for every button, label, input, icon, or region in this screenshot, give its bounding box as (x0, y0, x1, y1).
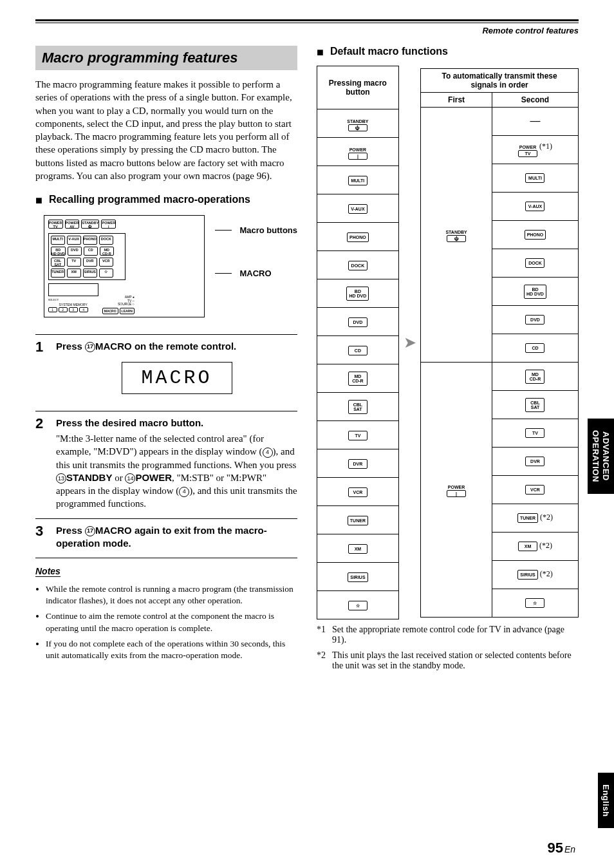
remote-button: MDCD-R (100, 247, 114, 256)
header-label: Remote control features (35, 26, 579, 35)
note-item: Continue to aim the remote control at th… (46, 610, 297, 634)
remote-diagram: POWERTVPOWERAVSTANDBY⏻POWER| MULTIV-AUXP… (44, 215, 205, 317)
pressing-cell: TV (317, 421, 399, 449)
second-signal-cell: SIRIUS(*2) (492, 560, 578, 589)
note-item: While the remote control is running a ma… (46, 583, 297, 607)
second-signal-cell: V-AUX (492, 192, 578, 220)
second-signal-cell: TV (492, 419, 578, 447)
second-signal-cell: DVD (492, 305, 578, 334)
left-column: Macro programming features The macro pro… (35, 46, 297, 671)
step: 3Press 17MACRO again to exit from the ma… (35, 518, 297, 553)
pressing-cell: MULTI (317, 166, 399, 194)
pressing-cell: VCR (317, 478, 399, 506)
notes-list: While the remote control is running a ma… (35, 583, 297, 661)
subheading-recalling: ■ Recalling programmed macro-operations (35, 194, 297, 206)
right-column: ■ Default macro functions Pressing macro… (317, 46, 579, 671)
second-signal-cell: BDHD DVD (492, 277, 578, 305)
second-signal-cell: CD (492, 334, 578, 362)
notes-heading: Notes (35, 566, 60, 577)
page-number: 95En (547, 840, 575, 856)
second-signal-cell: CBLSAT (492, 390, 578, 419)
remote-button: DOCK (99, 236, 113, 245)
pressing-cell: STANDBY⏻ (317, 109, 399, 138)
remote-button: XM (67, 269, 81, 278)
pressing-cell: ☆ (317, 591, 399, 619)
section-title: Macro programming features (35, 46, 297, 70)
second-signal-cell: XM(*2) (492, 532, 578, 560)
pressing-cell: V-AUX (317, 194, 399, 223)
remote-button: VCR (99, 258, 113, 267)
first-signal-cell: STANDBY⏻ (421, 107, 492, 362)
step: 2Press the desired macro button."M:the 3… (35, 411, 297, 511)
footnote: *2This unit plays the last received stat… (317, 650, 579, 671)
remote-button: CD (84, 247, 98, 256)
pressing-cell: DVR (317, 449, 399, 478)
label-macro: MACRO (239, 269, 271, 278)
remote-button: DVD (68, 247, 82, 256)
square-bullet-icon: ■ (35, 194, 42, 206)
remote-button: ☆ (99, 269, 113, 278)
remote-button: CBLSAT (51, 258, 65, 267)
remote-button: PHONO (83, 236, 97, 245)
pressing-cell: CD (317, 336, 399, 364)
arrow-icon: ➤ (399, 334, 420, 352)
pressing-cell: TUNER (317, 506, 399, 534)
remote-button: MULTI (51, 236, 65, 245)
step: 1Press 17MACRO on the remote control.MAC… (35, 334, 297, 403)
pressing-cell: XM (317, 534, 399, 563)
side-tab-advanced: ADVANCEDOPERATION (588, 419, 614, 494)
footnote: *1Set the appropriate remote control cod… (317, 625, 579, 645)
second-signal-cell: POWERTV(*1) (492, 135, 578, 164)
pressing-cell: DVD (317, 308, 399, 336)
first-signal-cell: POWER| (421, 362, 492, 617)
remote-button: POWER| (101, 220, 116, 229)
second-signal-cell: TUNER(*2) (492, 504, 578, 532)
second-signal-cell: MULTI (492, 164, 578, 192)
second-signal-cell: PHONO (492, 220, 578, 249)
remote-button: V-AUX (67, 236, 81, 245)
remote-button: POWERAV (65, 220, 80, 229)
pressing-cell: POWER| (317, 138, 399, 166)
remote-button: TUNER (51, 269, 65, 278)
pressing-cell: BDHD DVD (317, 279, 399, 308)
remote-button: BDHD DVD (51, 247, 66, 256)
remote-button: POWERTV (48, 220, 63, 229)
remote-button: DVR (83, 258, 97, 267)
square-bullet-icon: ■ (317, 46, 324, 58)
display-window: MACRO (122, 362, 232, 394)
macro-table: Pressing macro button STANDBY⏻POWER|MULT… (317, 66, 579, 619)
steps-list: 1Press 17MACRO on the remote control.MAC… (35, 334, 297, 553)
remote-button: SIRIUS (83, 269, 97, 278)
pressing-cell: MDCD-R (317, 364, 399, 393)
subheading-default: ■ Default macro functions (317, 46, 579, 58)
pressing-cell: PHONO (317, 223, 399, 251)
side-tab-english: English (598, 773, 614, 828)
second-signal-cell: ☆ (492, 589, 578, 617)
pressing-cell: SIRIUS (317, 563, 399, 591)
label-macro-buttons: Macro buttons (239, 225, 297, 235)
second-signal-cell: MDCD-R (492, 362, 578, 390)
remote-button: STANDBY⏻ (81, 220, 99, 229)
ref-circle-icon: 17 (85, 342, 95, 352)
second-signal-cell: — (492, 107, 578, 135)
intro-text: The macro programming feature makes it p… (35, 78, 297, 182)
note-item: If you do not complete each of the opera… (46, 638, 297, 661)
second-signal-cell: DOCK (492, 249, 578, 277)
footnotes: *1Set the appropriate remote control cod… (317, 625, 579, 671)
remote-button: TV (67, 258, 81, 267)
second-signal-cell: DVR (492, 447, 578, 475)
ref-circle-icon: 17 (85, 526, 95, 536)
second-signal-cell: VCR (492, 475, 578, 504)
pressing-cell: CBLSAT (317, 393, 399, 421)
pressing-cell: DOCK (317, 251, 399, 279)
